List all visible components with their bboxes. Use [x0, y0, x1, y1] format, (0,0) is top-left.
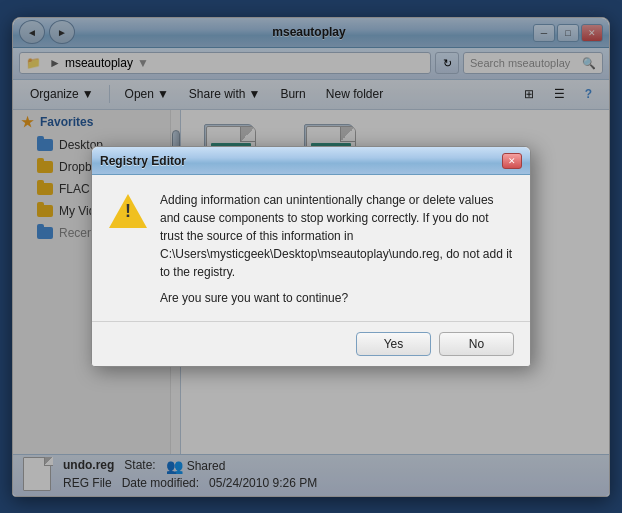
no-button[interactable]: No	[439, 332, 514, 356]
dialog-footer: Yes No	[92, 321, 530, 366]
dialog-body: ! Adding information can unintentionally…	[92, 175, 530, 321]
dialog-message: Adding information can unintentionally c…	[160, 191, 514, 281]
dialog-title-bar: Registry Editor ✕	[92, 147, 530, 175]
yes-button[interactable]: Yes	[356, 332, 431, 356]
warning-triangle: !	[109, 194, 147, 228]
dialog-overlay: Registry Editor ✕ ! Adding information c…	[13, 18, 609, 496]
dialog-text-area: Adding information can unintentionally c…	[160, 191, 514, 305]
dialog-title: Registry Editor	[100, 154, 502, 168]
dialog-warning-icon: !	[108, 191, 148, 231]
explorer-window: ◄ ► mseautoplay ─ □ ✕ 📁 ► mseautoplay ▼ …	[12, 17, 610, 497]
dialog-close-button[interactable]: ✕	[502, 153, 522, 169]
dialog-question: Are you sure you want to continue?	[160, 291, 514, 305]
warning-exclamation: !	[125, 202, 131, 220]
registry-editor-dialog: Registry Editor ✕ ! Adding information c…	[91, 146, 531, 367]
